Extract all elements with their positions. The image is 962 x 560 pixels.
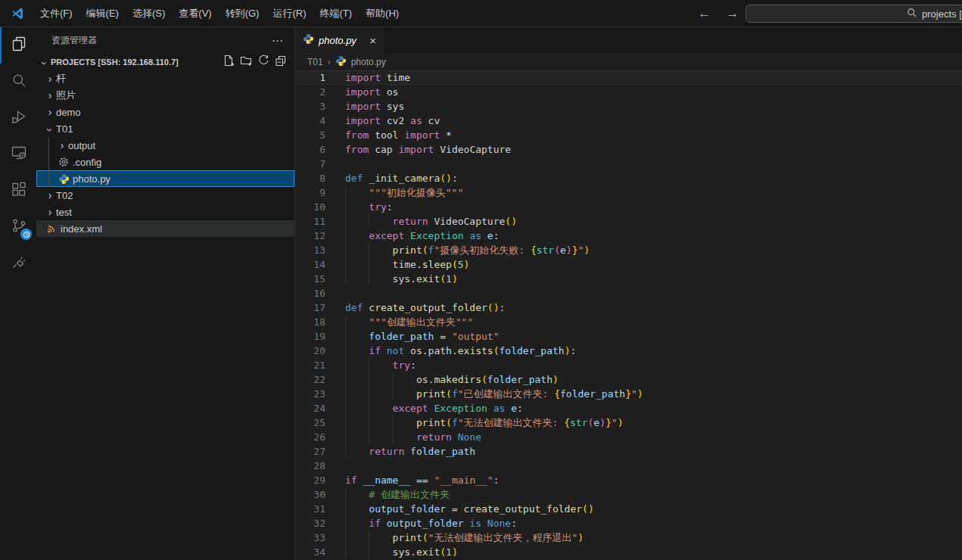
line-number[interactable]: 8: [295, 171, 325, 185]
close-icon[interactable]: ×: [369, 35, 376, 46]
command-center-search[interactable]: projects [: [746, 5, 962, 23]
line-number[interactable]: 11: [295, 214, 325, 229]
new-folder-icon[interactable]: [240, 54, 252, 70]
line-number[interactable]: 22: [295, 372, 325, 387]
line-number[interactable]: 30: [295, 487, 325, 502]
menu-item-2[interactable]: 编辑(E): [79, 5, 126, 23]
code-line-12[interactable]: 12 except Exception as e:: [295, 229, 962, 243]
code-line-34[interactable]: 34 sys.exit(1): [295, 545, 962, 559]
line-number[interactable]: 13: [295, 243, 325, 257]
line-number[interactable]: 29: [295, 473, 325, 487]
code-line-24[interactable]: 24 except Exception as e:: [295, 401, 962, 415]
code-line-14[interactable]: 14 time.sleep(5): [295, 257, 962, 272]
code-line-8[interactable]: 8def _init_camera():: [295, 171, 962, 185]
code-line-22[interactable]: 22 os.makedirs(folder_path): [295, 372, 962, 387]
tree-item-photo-py[interactable]: photo.py: [36, 170, 294, 187]
menu-item-3[interactable]: 选择(S): [126, 5, 172, 23]
projects-section-header[interactable]: › PROJECTS [SSH: 192.168.110.7]: [36, 54, 294, 70]
remote-plug-button[interactable]: [0, 245, 36, 282]
code-line-20[interactable]: 20 if not os.path.exists(folder_path):: [295, 344, 962, 358]
line-number[interactable]: 34: [295, 545, 325, 559]
code-line-26[interactable]: 26 return None: [295, 430, 962, 444]
code-line-31[interactable]: 31 output_folder = create_output_folder(…: [295, 502, 962, 516]
code-line-13[interactable]: 13 print(f"摄像头初始化失败: {str(e)}"): [295, 243, 962, 257]
line-number[interactable]: 5: [295, 128, 325, 142]
search-button[interactable]: [0, 64, 36, 100]
line-number[interactable]: 32: [295, 516, 325, 530]
line-number[interactable]: 31: [295, 502, 325, 516]
refresh-icon[interactable]: [257, 54, 269, 70]
line-number[interactable]: 19: [295, 329, 325, 344]
line-number[interactable]: 27: [295, 444, 325, 459]
line-number[interactable]: 6: [295, 142, 325, 157]
explorer-button[interactable]: [0, 27, 36, 64]
line-number[interactable]: 20: [295, 344, 325, 358]
tree-item-index-xml[interactable]: index.xml: [36, 220, 294, 237]
code-line-19[interactable]: 19 folder_path = "output": [295, 329, 962, 344]
breadcrumb-folder[interactable]: T01: [307, 57, 323, 67]
line-number[interactable]: 17: [295, 300, 325, 315]
line-number[interactable]: 18: [295, 315, 325, 329]
line-number[interactable]: 9: [295, 185, 325, 200]
collapse-all-icon[interactable]: [275, 54, 287, 70]
code-line-2[interactable]: 2import os: [295, 85, 962, 99]
line-number[interactable]: 15: [295, 272, 325, 286]
back-arrow-icon[interactable]: ←: [698, 6, 711, 21]
tree-item-t01[interactable]: ›T01: [36, 120, 294, 137]
code-line-10[interactable]: 10 try:: [295, 200, 962, 214]
menu-item-6[interactable]: 运行(R): [266, 5, 313, 23]
code-line-5[interactable]: 5from tool import *: [295, 128, 962, 142]
tree-item--[interactable]: ›杆: [36, 70, 294, 87]
more-actions-icon[interactable]: ⋯: [272, 34, 284, 48]
code-line-21[interactable]: 21 try:: [295, 358, 962, 372]
code-line-1[interactable]: 1import time: [295, 70, 962, 85]
code-line-17[interactable]: 17def create_output_folder():: [295, 300, 962, 315]
menu-item-1[interactable]: 文件(F): [33, 5, 79, 23]
breadcrumb-file[interactable]: photo.py: [351, 57, 386, 67]
line-number[interactable]: 26: [295, 430, 325, 444]
tree-item-output[interactable]: ›output: [36, 137, 294, 154]
code-line-9[interactable]: 9 """初始化摄像头""": [295, 185, 962, 200]
code-line-30[interactable]: 30 # 创建输出文件夹: [295, 487, 962, 502]
tab-photo-py[interactable]: photo.py ×: [295, 27, 383, 54]
code-line-18[interactable]: 18 """创建输出文件夹""": [295, 315, 962, 329]
source-control-button[interactable]: [0, 209, 36, 245]
menu-item-8[interactable]: 帮助(H): [359, 5, 406, 23]
line-number[interactable]: 25: [295, 415, 325, 430]
line-number[interactable]: 28: [295, 459, 325, 473]
line-number[interactable]: 4: [295, 114, 325, 128]
code-line-33[interactable]: 33 print("无法创建输出文件夹，程序退出"): [295, 530, 962, 545]
code-editor[interactable]: 1import time2import os3import sys4import…: [295, 70, 962, 560]
code-line-15[interactable]: 15 sys.exit(1): [295, 272, 962, 286]
line-number[interactable]: 12: [295, 229, 325, 243]
forward-arrow-icon[interactable]: →: [726, 6, 739, 21]
line-number[interactable]: 23: [295, 387, 325, 401]
tree-item--config[interactable]: .config: [36, 154, 294, 170]
line-number[interactable]: 33: [295, 530, 325, 545]
line-number[interactable]: 2: [295, 85, 325, 99]
code-line-16[interactable]: 16: [295, 286, 962, 300]
code-line-25[interactable]: 25 print(f"无法创建输出文件夹: {str(e)}"): [295, 415, 962, 430]
line-number[interactable]: 3: [295, 99, 325, 114]
code-line-29[interactable]: 29if __name__ == "__main__":: [295, 473, 962, 487]
code-line-7[interactable]: 7: [295, 157, 962, 171]
line-number[interactable]: 16: [295, 286, 325, 300]
code-line-32[interactable]: 32 if output_folder is None:: [295, 516, 962, 530]
line-number[interactable]: 21: [295, 358, 325, 372]
tree-item-demo[interactable]: ›demo: [36, 104, 294, 120]
line-number[interactable]: 1: [295, 70, 325, 85]
code-line-28[interactable]: 28: [295, 459, 962, 473]
new-file-icon[interactable]: [223, 54, 235, 70]
remote-explorer-button[interactable]: [0, 136, 36, 173]
menu-item-5[interactable]: 转到(G): [219, 5, 266, 23]
menu-item-4[interactable]: 查看(V): [172, 5, 218, 23]
line-number[interactable]: 7: [295, 157, 325, 171]
code-line-3[interactable]: 3import sys: [295, 99, 962, 114]
code-line-6[interactable]: 6from cap import VideoCapture: [295, 142, 962, 157]
tree-item--[interactable]: ›照片: [36, 87, 294, 104]
code-line-4[interactable]: 4import cv2 as cv: [295, 114, 962, 128]
code-line-27[interactable]: 27 return folder_path: [295, 444, 962, 459]
line-number[interactable]: 14: [295, 257, 325, 272]
menu-item-7[interactable]: 终端(T): [313, 5, 359, 23]
tree-item-test[interactable]: ›test: [36, 204, 294, 220]
